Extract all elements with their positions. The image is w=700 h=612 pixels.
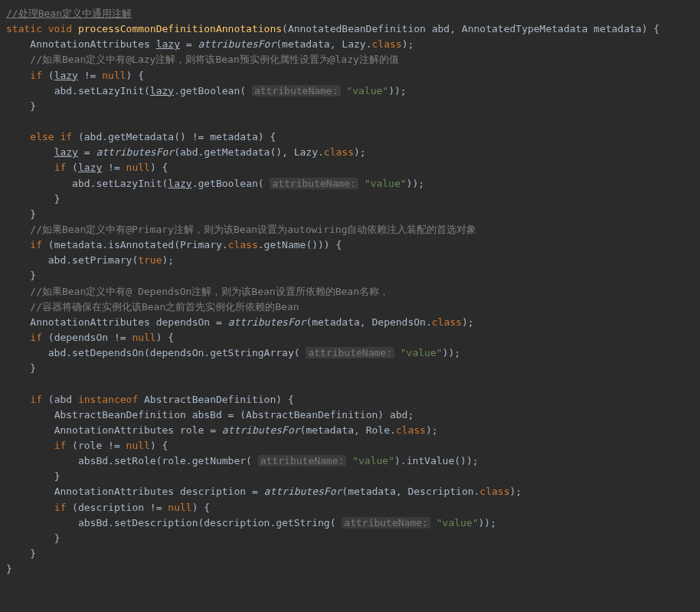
kw-null: null (132, 332, 155, 343)
method-call: setLazyInit (96, 178, 162, 189)
var: absBd (192, 409, 222, 421)
ref: abd (54, 394, 72, 405)
var: description (180, 486, 246, 497)
type: AbstractBeanDefinition (246, 409, 378, 421)
code-block: //处理Bean定义中通用注解 static void processCommo… (6, 6, 694, 577)
var: absBd (78, 455, 108, 466)
arg: metadata (282, 38, 330, 50)
var: lazy (78, 162, 102, 173)
var: lazy (54, 70, 78, 81)
string: "value" (437, 517, 479, 529)
kw-if: if (30, 394, 42, 405)
kw-null: null (102, 70, 126, 81)
type: AbstractBeanDefinition (144, 394, 276, 405)
type: Role (366, 424, 390, 436)
comment: //如果Bean定义中有@Primary注解，则为该Bean设置为autowir… (30, 224, 476, 235)
string: "value" (401, 347, 443, 358)
var: description (204, 517, 270, 529)
string: "value" (365, 178, 407, 189)
type: Lazy (294, 146, 318, 158)
kw-null: null (126, 440, 150, 451)
comment: //如果Bean定义中有@ DependsOn注解，则为该Bean设置所依赖的B… (30, 286, 389, 297)
kw-null: null (168, 502, 191, 513)
method-name: processCommonDefinitionAnnotations (78, 23, 282, 34)
method-call: setRole (114, 455, 156, 466)
kw-class: class (371, 38, 401, 50)
var: role (78, 440, 102, 451)
ref: abd (48, 347, 66, 358)
kw-instanceof: instanceof (78, 394, 138, 405)
ref: abd (390, 409, 407, 421)
method-call: attributesFor (228, 316, 306, 328)
ref: metadata (210, 131, 258, 142)
kw-if: if (54, 162, 67, 173)
ref: abd (84, 131, 102, 142)
type: Primary (180, 239, 222, 250)
var: lazy (156, 38, 180, 50)
method-call: setLazyInit (78, 85, 144, 97)
type: AnnotationAttributes (30, 38, 150, 50)
kw-class: class (324, 146, 354, 158)
kw-if: if (60, 131, 72, 142)
method-call: setPrimary (72, 254, 132, 266)
type: AnnotatedTypeMetadata (462, 23, 587, 34)
type: Lazy (342, 38, 365, 50)
method-call: getMetadata (108, 131, 174, 142)
var: role (180, 424, 204, 436)
method-call: setDependsOn (72, 347, 144, 358)
param-hint: attributeName: (342, 517, 430, 529)
type: AnnotationAttributes (54, 424, 175, 436)
type: AbstractBeanDefinition (54, 409, 186, 421)
kw-void: void (48, 23, 72, 34)
method-call: setDescription (114, 517, 198, 529)
ref: metadata (312, 316, 360, 328)
ref: abd (48, 254, 66, 266)
type: AnnotationAttributes (54, 486, 175, 497)
param-hint: attributeName: (306, 347, 394, 358)
kw-null: null (126, 162, 150, 173)
method-call: attributesFor (222, 424, 300, 436)
type: Description (407, 486, 473, 497)
var: lazy (54, 146, 78, 158)
method-call: isAnnotated (108, 239, 174, 250)
ref: metadata (54, 239, 103, 250)
type: AnnotatedBeanDefinition (288, 23, 426, 34)
kw-if: if (54, 440, 67, 451)
kw-else: else (30, 131, 54, 142)
ref: abd (72, 178, 90, 189)
method-call: getStringArray (210, 347, 294, 358)
var: absBd (78, 517, 108, 529)
param-hint: attributeName: (270, 178, 358, 189)
method-call: getString (276, 517, 329, 529)
var: role (162, 455, 186, 466)
kw-class: class (432, 316, 462, 328)
ref: metadata (306, 424, 354, 436)
method-call: getMetadata (204, 146, 270, 158)
var: dependsOn (156, 316, 210, 328)
param-hint: attributeName: (258, 455, 347, 466)
kw-class: class (479, 486, 509, 497)
method-call: intValue (407, 455, 455, 466)
kw-static: static (6, 23, 42, 34)
comment: //容器将确保在实例化该Bean之前首先实例化所依赖的Bean (30, 301, 299, 313)
var: lazy (150, 85, 174, 97)
method-call: attributesFor (96, 146, 174, 158)
kw-class: class (396, 424, 426, 436)
var: description (78, 502, 144, 513)
method-call: getNumber (192, 455, 246, 466)
method-call: getName (264, 239, 306, 250)
type: AnnotationAttributes (30, 316, 150, 328)
type: DependsOn (371, 316, 425, 328)
comment: //如果Bean定义中有@Lazy注解，则将该Bean预实例化属性设置为@laz… (30, 54, 399, 65)
kw-if: if (54, 502, 67, 513)
ref: metadata (348, 486, 396, 497)
param: abd (432, 23, 450, 34)
kw-if: if (30, 239, 42, 250)
var: lazy (168, 178, 191, 189)
comment: //处理Bean定义中通用注解 (6, 8, 132, 19)
method-call: attributesFor (198, 38, 276, 50)
method-call: attributesFor (264, 486, 342, 497)
kw-class: class (228, 239, 258, 250)
method-call: getBoolean (198, 178, 257, 189)
kw-if: if (30, 332, 42, 343)
